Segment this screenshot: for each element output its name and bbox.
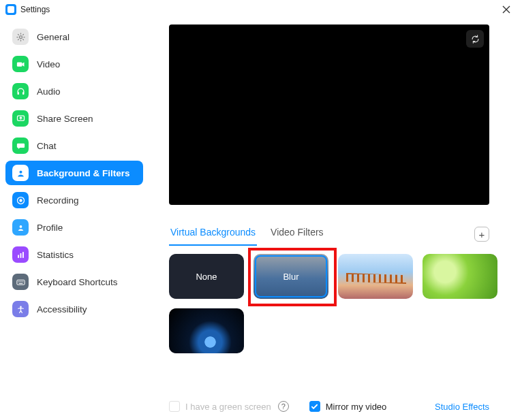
green-screen-label: I have a green screen xyxy=(185,402,271,412)
footer-options: I have a green screen ? Mirror my video … xyxy=(169,387,489,412)
svg-point-8 xyxy=(19,225,22,228)
sidebar-item-label: Statistics xyxy=(37,250,74,260)
rotate-camera-button[interactable] xyxy=(466,30,484,48)
rotate-icon xyxy=(470,34,480,44)
gear-icon xyxy=(12,29,29,45)
check-icon xyxy=(311,403,318,410)
sidebar-item-label: Keyboard Shortcuts xyxy=(37,277,118,287)
bg-option-label: None xyxy=(196,272,217,282)
studio-effects-link[interactable]: Studio Effects xyxy=(435,402,489,412)
add-background-button[interactable]: + xyxy=(474,227,489,242)
sidebar-item-accessibility[interactable]: Accessibility xyxy=(5,297,143,321)
svg-point-7 xyxy=(19,199,22,201)
sidebar-item-statistics[interactable]: Statistics xyxy=(5,242,143,267)
background-grid: None Blur xyxy=(169,254,500,353)
bg-option-earth[interactable] xyxy=(169,308,244,353)
sidebar-item-keyboard-shortcuts[interactable]: Keyboard Shortcuts xyxy=(5,270,143,294)
close-button[interactable] xyxy=(496,0,517,19)
sidebar-item-label: Audio xyxy=(37,86,61,97)
sidebar-item-video[interactable]: Video xyxy=(5,52,143,76)
mirror-video-label: Mirror my video xyxy=(326,402,387,412)
svg-rect-3 xyxy=(22,92,25,95)
keyboard-icon xyxy=(12,274,29,290)
plus-icon: + xyxy=(479,229,485,240)
bg-option-label: Blur xyxy=(283,272,298,282)
sidebar-item-label: Recording xyxy=(37,195,79,206)
sidebar-item-profile[interactable]: Profile xyxy=(5,215,143,240)
settings-sidebar: General Video Audio Share Screen Chat xyxy=(0,19,150,420)
svg-rect-2 xyxy=(17,92,19,95)
svg-rect-11 xyxy=(22,252,24,258)
sidebar-item-label: General xyxy=(37,32,70,42)
sidebar-item-label: Background & Filters xyxy=(37,168,130,178)
svg-point-0 xyxy=(19,35,22,38)
titlebar: Settings xyxy=(0,0,522,19)
sidebar-item-chat[interactable]: Chat xyxy=(5,133,143,158)
profile-icon xyxy=(12,219,29,236)
bg-tabs: Virtual Backgrounds Video Filters + xyxy=(169,223,489,246)
chart-icon xyxy=(12,246,29,263)
bg-option-grass[interactable] xyxy=(423,254,497,299)
sidebar-item-label: Accessibility xyxy=(37,304,87,314)
tab-virtual-backgrounds[interactable]: Virtual Backgrounds xyxy=(169,223,257,246)
main-panel: Virtual Backgrounds Video Filters + None… xyxy=(150,19,522,420)
sidebar-item-label: Chat xyxy=(37,141,57,151)
share-screen-icon xyxy=(12,110,29,127)
tab-video-filters[interactable]: Video Filters xyxy=(269,223,325,246)
bg-option-none[interactable]: None xyxy=(169,254,244,299)
recording-icon xyxy=(12,192,29,208)
bg-option-bridge[interactable] xyxy=(338,254,413,299)
svg-rect-12 xyxy=(16,280,24,285)
sidebar-item-background-filters[interactable]: Background & Filters xyxy=(5,161,143,185)
sidebar-item-share-screen[interactable]: Share Screen xyxy=(5,106,143,131)
sidebar-item-general[interactable]: General xyxy=(5,25,143,49)
chat-icon xyxy=(12,138,29,154)
window-title: Settings xyxy=(20,5,50,14)
green-screen-checkbox xyxy=(169,401,180,412)
svg-point-5 xyxy=(19,170,22,173)
sidebar-item-label: Video xyxy=(37,59,60,69)
svg-rect-9 xyxy=(18,255,19,257)
sidebar-item-recording[interactable]: Recording xyxy=(5,188,143,212)
zoom-app-icon xyxy=(5,4,16,15)
headphones-icon xyxy=(12,83,29,99)
video-preview xyxy=(169,25,489,205)
sidebar-item-label: Profile xyxy=(37,223,63,233)
sidebar-item-audio[interactable]: Audio xyxy=(5,79,143,103)
svg-point-13 xyxy=(20,306,22,308)
close-icon xyxy=(502,5,510,14)
sidebar-item-label: Share Screen xyxy=(37,114,93,124)
person-icon xyxy=(12,165,29,181)
svg-rect-10 xyxy=(20,253,21,258)
mirror-video-checkbox[interactable] xyxy=(309,401,320,412)
bg-option-blur[interactable]: Blur xyxy=(254,254,328,299)
svg-rect-1 xyxy=(16,62,22,66)
green-screen-help-icon[interactable]: ? xyxy=(278,401,289,412)
video-icon xyxy=(12,56,29,72)
accessibility-icon xyxy=(12,301,29,317)
